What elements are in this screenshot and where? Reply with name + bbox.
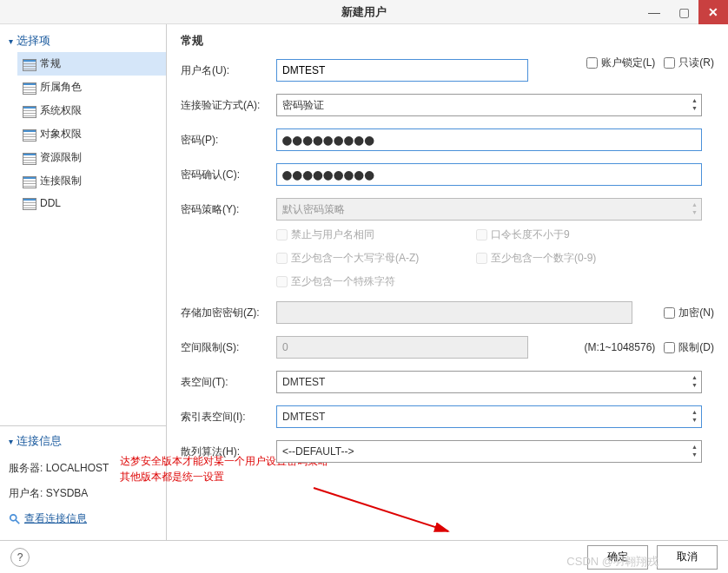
auth-label: 连接验证方式(A):	[181, 98, 276, 113]
tablespace-select[interactable]: DMTEST ▲▼	[276, 371, 702, 393]
policy-opt-uppercase: 至少包含一个大写字母(A-Z)	[276, 251, 476, 266]
content-panel: 常规 用户名(U): 账户锁定(L) 只读(R) 连接验证方式(A): 密码验证…	[167, 24, 728, 540]
help-button[interactable]: ?	[10, 548, 30, 567]
minimize-button[interactable]: —	[639, 0, 669, 24]
sidebar-item-label: 连接限制	[40, 174, 82, 188]
tablespace-label: 表空间(T):	[181, 375, 276, 390]
policy-options: 达梦安全版本才能对某一个用户设置密码策略 其他版本都是统一设置 禁止与用户名相同…	[276, 227, 714, 289]
sidebar-item-system-priv[interactable]: 系统权限	[17, 99, 166, 122]
sidebar-section-options[interactable]: 选择项	[0, 30, 166, 52]
svg-point-0	[10, 514, 17, 520]
password-input[interactable]: ●●●●●●●●●	[276, 128, 702, 151]
policy-select: 默认密码策略 ▲▼	[276, 198, 702, 221]
sidebar-item-label: 常规	[40, 56, 61, 71]
hash-select[interactable]: <--DEFAULT--> ▲▼	[276, 440, 702, 463]
username-label: 用户名(U):	[181, 63, 276, 78]
sidebar-item-general[interactable]: 常规	[17, 52, 166, 76]
sidebar-item-label: 所属角色	[40, 80, 82, 95]
close-button[interactable]: ✕	[698, 0, 728, 24]
policy-opt-special: 至少包含一个特殊字符	[276, 274, 476, 289]
policy-opt-digit: 至少包含一个数字(0-9)	[476, 251, 676, 266]
maximize-button[interactable]: ▢	[669, 0, 698, 24]
encrypt-key-input	[276, 301, 632, 324]
password-label: 密码(P):	[181, 133, 276, 148]
sidebar-item-roles[interactable]: 所属角色	[17, 76, 166, 99]
encrypt-key-label: 存储加密密钥(Z):	[181, 306, 276, 320]
sidebar-item-label: 系统权限	[40, 103, 82, 118]
auth-select[interactable]: 密码验证 ▲▼	[276, 94, 702, 116]
sidebar-item-connection-limit[interactable]: 连接限制	[17, 169, 166, 193]
grid-icon	[23, 59, 35, 69]
grid-icon	[23, 176, 35, 187]
sidebar-item-resource-limit[interactable]: 资源限制	[17, 146, 166, 169]
titlebar: 新建用户 — ▢ ✕	[0, 0, 728, 24]
window-title: 新建用户	[0, 4, 728, 20]
account-locked-checkbox[interactable]: 账户锁定(L)	[586, 56, 656, 70]
policy-opt-length: 口令长度不小于9	[476, 227, 676, 242]
sidebar-item-object-priv[interactable]: 对象权限	[17, 122, 166, 146]
encrypt-checkbox[interactable]: 加密(N)	[664, 306, 714, 320]
ok-button[interactable]: 确定	[587, 545, 648, 570]
policy-opt-no-username: 禁止与用户名相同	[276, 227, 476, 242]
space-limit-input	[276, 336, 528, 359]
window-buttons: — ▢ ✕	[639, 0, 728, 24]
password-confirm-input[interactable]: ●●●●●●●●●	[276, 163, 702, 186]
readonly-checkbox[interactable]: 只读(R)	[664, 56, 714, 70]
index-ts-label: 索引表空间(I):	[181, 410, 276, 425]
password-confirm-label: 密码确认(C):	[181, 168, 276, 182]
magnifier-icon	[9, 513, 21, 525]
spinner-icon: ▲▼	[692, 408, 698, 424]
sidebar-item-label: DDL	[40, 197, 61, 209]
sidebar-item-ddl[interactable]: DDL	[17, 193, 166, 214]
grid-icon	[23, 153, 35, 163]
conn-user: 用户名: SYSDBA	[9, 481, 157, 506]
svg-line-1	[16, 519, 19, 523]
content-title: 常规	[181, 33, 714, 49]
svg-line-2	[314, 488, 448, 531]
username-input[interactable]	[276, 59, 528, 82]
policy-label: 密码策略(Y):	[181, 202, 276, 217]
spinner-icon: ▲▼	[692, 201, 698, 216]
index-ts-select[interactable]: DMTEST ▲▼	[276, 405, 702, 428]
sidebar-item-label: 资源限制	[40, 150, 82, 165]
spinner-icon: ▲▼	[692, 96, 698, 112]
limit-checkbox[interactable]: 限制(D)	[664, 340, 714, 355]
footer: ? CSDN @羽翱翔戎 确定 取消	[0, 540, 728, 573]
grid-icon	[23, 198, 35, 208]
view-connection-link[interactable]: 查看连接信息	[9, 511, 157, 526]
cancel-button[interactable]: 取消	[657, 545, 718, 570]
sidebar-section-connection[interactable]: 连接信息	[0, 430, 166, 452]
sidebar-item-label: 对象权限	[40, 127, 82, 142]
grid-icon	[23, 82, 35, 93]
grid-icon	[23, 106, 35, 116]
space-limit-label: 空间限制(S):	[181, 340, 276, 355]
spinner-icon: ▲▼	[692, 443, 698, 458]
space-limit-range: (M:1~1048576)	[585, 341, 656, 353]
grid-icon	[23, 129, 35, 140]
arrow-icon	[309, 484, 466, 544]
spinner-icon: ▲▼	[692, 373, 698, 389]
